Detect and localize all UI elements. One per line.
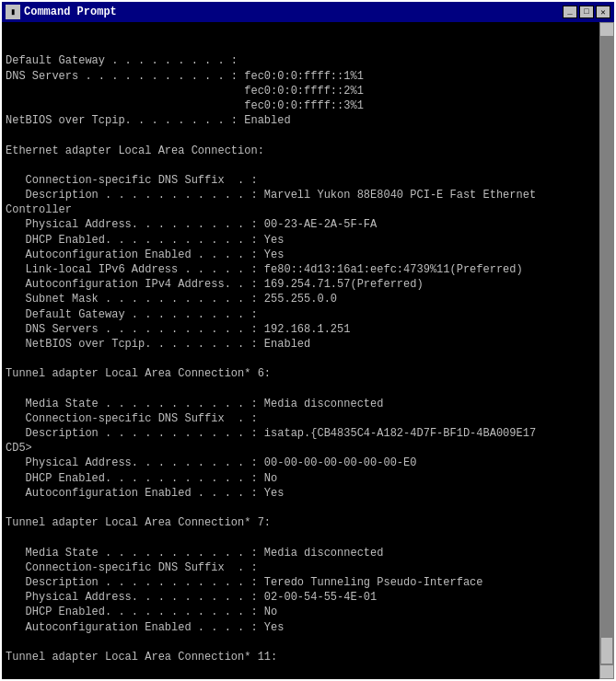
minimize-button[interactable]: _	[563, 6, 577, 18]
scrollbar-track[interactable]	[599, 37, 614, 664]
title-bar-buttons: _ □ ✕	[563, 6, 610, 18]
scrollbar-thumb[interactable]	[600, 637, 613, 664]
title-bar-left: ▮ Command Prompt	[6, 5, 117, 19]
title-bar: ▮ Command Prompt _ □ ✕	[2, 2, 614, 22]
scroll-up-button[interactable]: ▲	[599, 22, 614, 37]
scroll-down-button[interactable]: ▼	[599, 664, 614, 679]
console-content: Default Gateway . . . . . . . . . : DNS …	[6, 53, 596, 679]
scrollbar[interactable]: ▲ ▼	[599, 22, 614, 679]
maximize-button[interactable]: □	[579, 6, 594, 18]
window-icon: ▮	[6, 5, 20, 19]
close-button[interactable]: ✕	[596, 6, 610, 18]
window-title: Command Prompt	[24, 6, 117, 18]
command-prompt-window: ▮ Command Prompt _ □ ✕ Default Gateway .…	[0, 0, 616, 681]
console-area: Default Gateway . . . . . . . . . : DNS …	[2, 22, 614, 679]
